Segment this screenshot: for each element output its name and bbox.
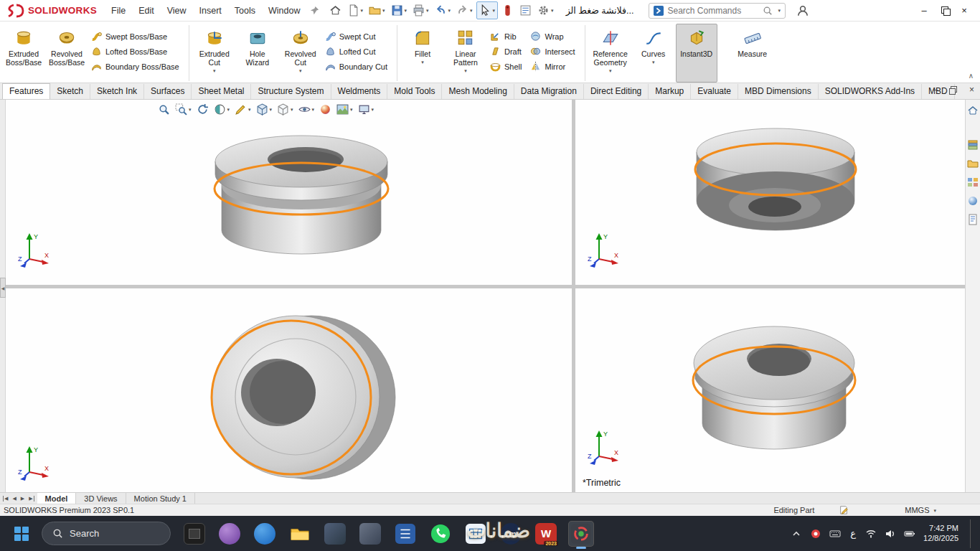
dropdown-caret-icon[interactable]: ▾ — [350, 107, 353, 112]
resource-monitor-button[interactable] — [499, 2, 516, 19]
home-button[interactable] — [327, 2, 344, 19]
lists-app-taskbar-button[interactable] — [463, 521, 489, 547]
start-button[interactable] — [14, 527, 29, 541]
dropdown-caret-icon[interactable]: ▾ — [464, 68, 467, 73]
linear-pattern-button[interactable]: Linear Pattern▾ — [445, 24, 486, 83]
extruded-cut-button[interactable]: Extruded Cut▾ — [194, 24, 235, 83]
dropdown-caret-icon[interactable]: ▾ — [382, 8, 385, 13]
command-search-box[interactable]: ▾ — [649, 3, 786, 19]
select-button[interactable]: ▾ — [476, 1, 499, 19]
window-app-taskbar-button[interactable] — [182, 521, 207, 547]
blue-app-taskbar-button[interactable] — [252, 521, 278, 547]
options-gear-button[interactable]: ▾ — [535, 2, 556, 19]
dropdown-caret-icon[interactable]: ▾ — [448, 8, 451, 13]
wrap-button[interactable]: Wrap — [528, 29, 580, 44]
volume-icon[interactable] — [885, 528, 896, 540]
menu-tools[interactable]: Tools — [228, 2, 262, 19]
new-doc-button[interactable]: ▾ — [345, 2, 366, 19]
display-style-button[interactable]: ▾ — [275, 102, 295, 117]
feature-tree-splitter[interactable]: ◀ — [0, 100, 6, 492]
dropdown-caret-icon[interactable]: ▾ — [270, 107, 273, 112]
menu-window[interactable]: Window — [262, 2, 306, 19]
tab-sketch[interactable]: Sketch — [50, 84, 90, 99]
tab-3d-views[interactable]: 3D Views — [76, 493, 126, 504]
tab-mold-tools[interactable]: Mold Tools — [387, 84, 442, 99]
dropdown-caret-icon[interactable]: ▾ — [291, 107, 293, 112]
tab-sketch-ink[interactable]: Sketch Ink — [90, 84, 144, 99]
viewport-top-right[interactable]: Y X Z — [575, 100, 965, 285]
previous-view-button[interactable] — [195, 102, 210, 117]
measure-button[interactable]: Measure — [732, 24, 773, 83]
hole-wizard-button[interactable]: Hole Wizard — [237, 24, 278, 83]
tab-sheet-metal[interactable]: Sheet Metal — [192, 84, 251, 99]
annotation-button[interactable]: ▾ — [233, 102, 253, 117]
apply-scene-button[interactable]: ▾ — [335, 102, 354, 117]
hide-show-button[interactable]: ▾ — [297, 102, 316, 117]
save-button[interactable]: ▾ — [389, 2, 410, 19]
tab-features[interactable]: Features — [2, 83, 50, 99]
next-tab-button[interactable]: ▶ — [20, 496, 25, 501]
dropdown-caret-icon[interactable]: ▾ — [312, 107, 315, 112]
hidden-icons-chevron[interactable] — [791, 528, 802, 540]
search-icon[interactable] — [763, 6, 773, 16]
tab-markup[interactable]: Markup — [649, 84, 691, 99]
tab-evaluate[interactable]: Evaluate — [691, 84, 738, 99]
dropdown-caret-icon[interactable]: ▾ — [361, 8, 364, 13]
unit-system-selector[interactable]: MMGS ▾ — [905, 506, 936, 514]
dropdown-caret-icon[interactable]: ▾ — [372, 107, 374, 112]
part-view-bottom-left[interactable] — [204, 311, 398, 486]
pin-menu-icon[interactable] — [309, 5, 320, 16]
view-settings-button[interactable]: ▾ — [357, 102, 376, 117]
lofted-cut-button[interactable]: Lofted Cut — [323, 44, 392, 59]
dropdown-caret-icon[interactable]: ▾ — [189, 107, 192, 112]
appearances-button[interactable] — [967, 195, 979, 207]
section-view-button[interactable]: ▾ — [212, 102, 232, 117]
viewport-bottom-left[interactable]: Y X Z — [6, 288, 572, 492]
file-explorer-taskbar-button[interactable] — [287, 521, 313, 547]
doc-restore-button[interactable] — [949, 86, 958, 94]
record-tray-icon[interactable] — [810, 528, 821, 540]
part-view-top-left[interactable] — [212, 130, 391, 270]
reference-geometry-button[interactable]: Reference Geometry▾ — [590, 24, 631, 83]
zoom-area-button[interactable]: ▾ — [174, 102, 193, 117]
menu-edit[interactable]: Edit — [132, 2, 161, 19]
part-view-bottom-right[interactable] — [689, 310, 862, 471]
clock[interactable]: 7:42 PM 12/8/2025 — [923, 524, 958, 543]
search-caret-icon[interactable]: ▾ — [778, 8, 781, 13]
shell-button[interactable]: Shell — [488, 59, 527, 74]
extruded-boss-button[interactable]: Extruded Boss/Base — [3, 24, 44, 83]
dropdown-caret-icon[interactable]: ▾ — [551, 8, 554, 13]
teams-app-taskbar-button[interactable] — [392, 521, 418, 547]
prev-tab-button[interactable]: ◀ — [11, 496, 17, 501]
properties-button[interactable] — [517, 2, 534, 19]
swept-cut-button[interactable]: Swept Cut — [323, 29, 392, 44]
revolved-boss-button[interactable]: Revolved Boss/Base — [46, 24, 88, 83]
draft-button[interactable]: Draft — [488, 44, 527, 59]
whatsapp-taskbar-button[interactable] — [428, 521, 453, 547]
tab-motion-study-1[interactable]: Motion Study 1 — [126, 493, 195, 504]
recorder-app-taskbar-button[interactable] — [568, 521, 594, 547]
purple-app-taskbar-button[interactable] — [217, 521, 242, 547]
battery-icon[interactable] — [904, 528, 915, 540]
menu-view[interactable]: View — [161, 2, 193, 19]
word-app-taskbar-button[interactable]: W2023 — [533, 521, 559, 547]
show-desktop-button[interactable] — [970, 519, 973, 548]
tab-solidworks-add-ins[interactable]: SOLIDWORKS Add-Ins — [819, 84, 922, 99]
dropdown-caret-icon[interactable]: ▾ — [213, 68, 216, 73]
boundary-boss-button[interactable]: Boundary Boss/Base — [89, 59, 184, 74]
dropdown-caret-icon[interactable]: ▾ — [609, 68, 612, 73]
last-tab-button[interactable]: ▶ — [28, 496, 34, 501]
custom-properties-button[interactable] — [967, 214, 979, 225]
touch-keyboard-icon[interactable] — [829, 528, 841, 540]
rib-button[interactable]: Rib — [488, 29, 527, 44]
dropdown-caret-icon[interactable]: ▾ — [299, 68, 302, 73]
zoom-app-taskbar-button[interactable]: zm — [498, 521, 524, 547]
viewport-top-left[interactable]: Y X Z — [6, 100, 572, 285]
menu-insert[interactable]: Insert — [193, 2, 228, 19]
tab-structure-system[interactable]: Structure System — [251, 84, 331, 99]
curves-button[interactable]: Curves▾ — [633, 24, 674, 83]
edit-appearance-button[interactable] — [318, 102, 333, 117]
hidden-app-a-taskbar-button[interactable] — [322, 521, 348, 547]
undo-button[interactable]: ▾ — [433, 2, 453, 19]
instant3d-button[interactable]: Instant3D — [676, 24, 717, 83]
